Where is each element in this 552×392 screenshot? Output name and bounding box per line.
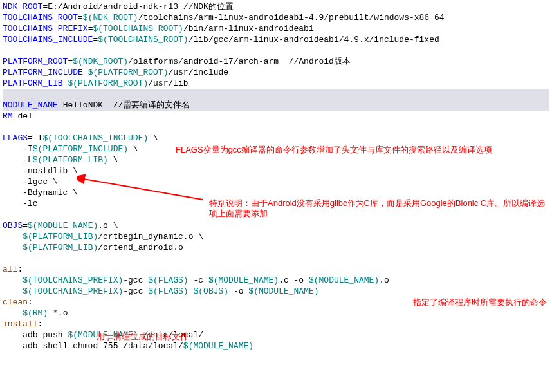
code-line: -lgcc \ <box>3 176 549 187</box>
code-line: -L$(PLATFORM_LIB) \ <box>3 154 549 165</box>
var-def: TOOLCHAINS_PREFIX <box>3 24 88 33</box>
var-ref: $(MODULE_NAME) <box>208 275 279 285</box>
code-line: TOOLCHAINS_INCLUDE=$(TOOLCHAINS_ROOT)/li… <box>3 34 549 45</box>
var-def: OBJS <box>3 221 23 230</box>
var-ref: $(OBJS) <box>194 286 229 296</box>
annotation-nostdlib: 特别说明：由于Android没有采用glibc作为C库，而是采用Google的B… <box>209 198 547 219</box>
var-def: TOOLCHAINS_INCLUDE <box>3 35 93 44</box>
var-ref: $(PLATFORM_LIB) <box>33 155 108 165</box>
code-line: $(TOOLCHAINS_PREFIX)-gcc $(FLAGS) $(OBJS… <box>3 286 549 297</box>
var-ref: $(FLAGS) <box>148 275 188 285</box>
var-def: PLATFORM_ROOT <box>3 57 68 66</box>
code-line: $(PLATFORM_LIB)/crtend_android.o <box>3 242 549 253</box>
code-line: $(PLATFORM_LIB)/crtbegin_dynamic.o \ <box>3 231 549 242</box>
code-line: PLATFORM_ROOT=$(NDK_ROOT)/platforms/andr… <box>3 56 549 67</box>
var-ref: $(PLATFORM_INCLUDE) <box>33 144 128 154</box>
var-ref: $(PLATFORM_LIB) <box>23 232 98 241</box>
code-line-highlighted: MODULE_NAME=HelloNDK //需要编译的文件名 <box>3 100 549 111</box>
var-def: TOOLCHAINS_ROOT <box>3 13 78 23</box>
blank-line-highlighted <box>3 89 549 100</box>
code-line: all: <box>3 264 549 275</box>
var-ref: $(FLAGS) <box>148 286 188 296</box>
var-ref: $(NDK_ROOT) <box>73 57 128 66</box>
var-ref: $(TOOLCHAINS_PREFIX) <box>23 275 123 285</box>
code-line: $(TOOLCHAINS_PREFIX)-gcc $(FLAGS) -c $(M… <box>3 275 549 286</box>
annotation-all: 指定了编译程序时所需要执行的命令 <box>413 297 551 308</box>
code-line: -Bdynamic \ <box>3 187 549 198</box>
code-line: OBJS=$(MODULE_NAME).o \ <box>3 220 549 231</box>
var-ref: $(PLATFORM_ROOT) <box>88 68 169 77</box>
code-line: TOOLCHAINS_ROOT=$(NDK_ROOT)/toolchains/a… <box>3 12 549 23</box>
code-line: PLATFORM_LIB=$(PLATFORM_ROOT)/usr/lib <box>3 78 549 89</box>
var-def: PLATFORM_INCLUDE <box>3 68 83 77</box>
code-line: -nostdlib \ <box>3 165 549 176</box>
var-ref: $(MODULE_NAME) <box>248 286 318 296</box>
make-target: install <box>3 319 38 329</box>
code-line: install: <box>3 319 549 330</box>
code-line: PLATFORM_INCLUDE=$(PLATFORM_ROOT)/usr/in… <box>3 67 549 78</box>
code-line: FLAGS=-I$(TOOLCHAINS_INCLUDE) \ <box>3 133 549 144</box>
var-ref: $(RM) <box>23 308 48 318</box>
make-target: clean <box>3 297 28 307</box>
blank-line <box>3 45 549 56</box>
var-def: FLAGS <box>3 133 28 143</box>
annotation-clean: 用于清理生成的目标文件 <box>97 331 189 342</box>
code-line: adb shell chmod 755 /data/local/$(MODULE… <box>3 341 549 351</box>
code-text: =E:/Android/android-ndk-r13 //NDK的位置 <box>42 2 233 12</box>
var-def: NDK_ROOT <box>3 2 42 12</box>
var-ref: $(PLATFORM_ROOT) <box>68 79 148 88</box>
blank-line <box>3 122 549 133</box>
var-ref: $(MODULE_NAME) <box>28 221 98 230</box>
code-line: NDK_ROOT=E:/Android/android-ndk-r13 //ND… <box>3 1 549 12</box>
blank-line <box>3 253 549 264</box>
var-ref: $(MODULE_NAME) <box>309 275 379 285</box>
code-line: TOOLCHAINS_PREFIX=$(TOOLCHAINS_ROOT)/bin… <box>3 23 549 34</box>
make-target: all <box>3 265 17 274</box>
var-def: RM <box>3 111 13 121</box>
annotation-flags: FLAGS变量为gcc编译器的命令行参数增加了头文件与库文件的搜索路径以及编译选… <box>176 145 542 155</box>
var-ref: $(TOOLCHAINS_ROOT) <box>98 35 188 44</box>
var-ref: $(NDK_ROOT) <box>83 13 138 23</box>
var-ref: $(PLATFORM_LIB) <box>23 243 98 252</box>
code-line: adb push $(MODULE_NAME) /data/local/ <box>3 330 549 341</box>
var-ref: $(MODULE_NAME) <box>183 341 253 351</box>
var-ref: $(TOOLCHAINS_ROOT) <box>93 24 183 33</box>
var-def: MODULE_NAME <box>3 100 58 110</box>
var-ref: $(TOOLCHAINS_INCLUDE) <box>42 133 148 143</box>
code-line: $(RM) *.o <box>3 308 549 319</box>
code-line: RM=del <box>3 111 549 122</box>
var-ref: $(TOOLCHAINS_PREFIX) <box>23 286 123 296</box>
var-def: PLATFORM_LIB <box>3 79 63 88</box>
